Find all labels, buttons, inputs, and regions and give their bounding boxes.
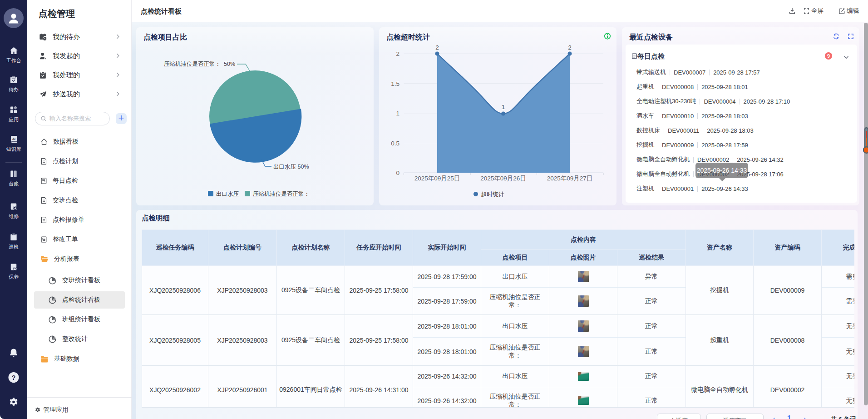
svg-text:2: 2 [435, 44, 439, 51]
svg-text:超时统计: 超时统计 [481, 191, 504, 198]
svg-text:2025年09月26日: 2025年09月26日 [480, 175, 526, 182]
svg-text:?: ? [12, 374, 16, 381]
svg-text:2: 2 [396, 50, 399, 57]
svg-text:2025年09月25日: 2025年09月25日 [414, 175, 460, 182]
svg-text:压缩机油位是否正常： 50%: 压缩机油位是否正常： 50% [164, 61, 235, 67]
svg-text:压缩机油位是否正常：: 压缩机油位是否正常： [253, 191, 310, 197]
svg-text:AI: AI [12, 137, 15, 140]
svg-text:1: 1 [396, 110, 399, 117]
svg-text:2025年09月27日: 2025年09月27日 [547, 175, 593, 182]
svg-text:0.5: 0.5 [391, 140, 399, 147]
svg-text:0: 0 [396, 170, 399, 176]
svg-text:出口水压: 出口水压 [216, 191, 239, 197]
svg-text:2: 2 [568, 44, 572, 51]
svg-text:1: 1 [502, 104, 505, 110]
svg-text:1.5: 1.5 [391, 80, 399, 87]
svg-text:出口水压 50%: 出口水压 50% [273, 164, 309, 170]
